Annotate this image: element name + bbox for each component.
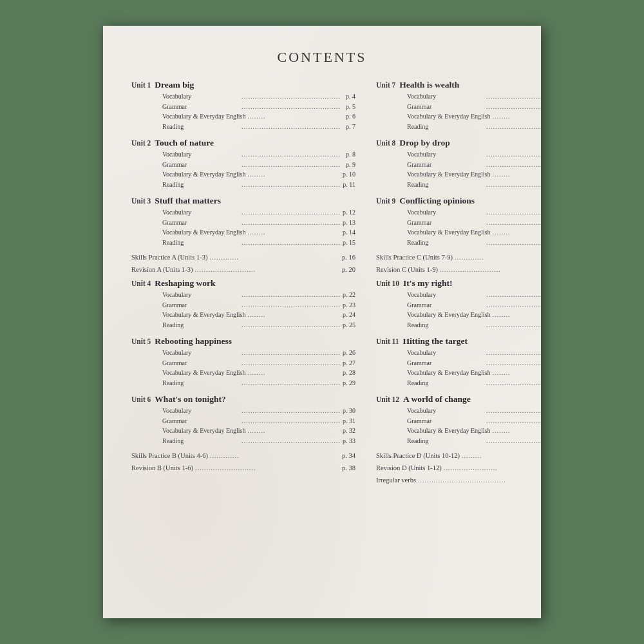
unit-11-num: Unit 11 xyxy=(376,337,399,345)
revision-c: Revision C (Units 1-9) .................… xyxy=(376,266,541,273)
unit-9-name: Conflicting opinions xyxy=(399,196,475,206)
unit-1-grammar: Grammar ................................… xyxy=(131,102,355,112)
unit-1-name: Dream big xyxy=(155,80,194,90)
unit-6-num: Unit 6 xyxy=(131,395,151,403)
unit-12-block: Unit 12 A world of change Vocabulary....… xyxy=(376,394,541,446)
unit-1-vocabulary: Vocabulary .............................… xyxy=(131,91,355,102)
unit-6-block: Unit 6 What's on tonight? Vocabulary....… xyxy=(131,394,355,446)
skills-practice-d: Skills Practice D (Units 10-12) ........… xyxy=(376,452,541,459)
irregular-verbs: Irregular verbs ........................… xyxy=(376,477,541,484)
unit-11-block: Unit 11 Hitting the target Vocabulary...… xyxy=(376,336,541,388)
unit-1-vocab-everyday: Vocabulary & Everyday English ........ p… xyxy=(131,111,355,122)
skills-practice-b: Skills Practice B (Units 4-6) ..........… xyxy=(131,452,355,459)
unit-4-num: Unit 4 xyxy=(131,279,151,287)
book-page: Contents Unit 1 Dream big Vocabulary ...… xyxy=(103,26,541,618)
contents-columns: Unit 1 Dream big Vocabulary ............… xyxy=(131,80,513,489)
unit-1-num: Unit 1 xyxy=(131,81,151,89)
unit-9-block: Unit 9 Conflicting opinions Vocabulary..… xyxy=(376,196,541,247)
unit-10-num: Unit 10 xyxy=(376,279,399,287)
unit-2-num: Unit 2 xyxy=(131,139,151,147)
unit-4-block: Unit 4 Reshaping work Vocabulary........… xyxy=(131,278,355,330)
unit-3-block: Unit 3 Stuff that matters Vocabulary....… xyxy=(131,196,355,247)
unit-5-num: Unit 5 xyxy=(131,337,151,345)
unit-5-block: Unit 5 Rebooting happiness Vocabulary...… xyxy=(131,336,355,388)
unit-5-name: Rebooting happiness xyxy=(155,336,232,346)
unit-1-reading: Reading ................................… xyxy=(131,122,355,132)
unit-2-name: Touch of nature xyxy=(155,138,214,148)
unit-11-name: Hitting the target xyxy=(402,336,467,346)
unit-10-name: It's my right! xyxy=(403,278,453,289)
revision-d: Revision D (Units 1-12) ................… xyxy=(376,464,541,471)
revision-b: Revision B (Units 1-6) .................… xyxy=(131,464,355,471)
unit-7-name: Health is wealth xyxy=(399,80,459,90)
right-column: Unit 7 Health is wealth Vocabulary......… xyxy=(376,80,541,489)
unit-12-num: Unit 12 xyxy=(376,395,399,403)
skills-practice-c: Skills Practice C (Units 7-9) ..........… xyxy=(376,254,541,261)
unit-7-block: Unit 7 Health is wealth Vocabulary......… xyxy=(376,80,541,131)
unit-9-num: Unit 9 xyxy=(376,197,395,205)
revision-a: Revision A (Units 1-3) .................… xyxy=(131,266,355,273)
unit-8-num: Unit 8 xyxy=(376,139,395,147)
unit-6-name: What's on tonight? xyxy=(155,394,225,404)
unit-1-block: Unit 1 Dream big Vocabulary ............… xyxy=(131,80,355,131)
unit-7-num: Unit 7 xyxy=(376,81,395,89)
unit-8-block: Unit 8 Drop by drop Vocabulary..........… xyxy=(376,138,541,189)
unit-2-block: Unit 2 Touch of nature Vocabulary.......… xyxy=(131,138,355,189)
unit-3-num: Unit 3 xyxy=(131,197,151,205)
unit-10-block: Unit 10 It's my right! Vocabulary.......… xyxy=(376,278,541,330)
unit-4-name: Reshaping work xyxy=(155,278,215,289)
unit-12-name: A world of change xyxy=(403,394,471,404)
page-title: Contents xyxy=(131,49,513,66)
skills-practice-a: Skills Practice A (Units 1-3) ..........… xyxy=(131,254,355,261)
unit-3-name: Stuff that matters xyxy=(155,196,221,206)
unit-8-name: Drop by drop xyxy=(399,138,450,148)
left-column: Unit 1 Dream big Vocabulary ............… xyxy=(131,80,355,489)
